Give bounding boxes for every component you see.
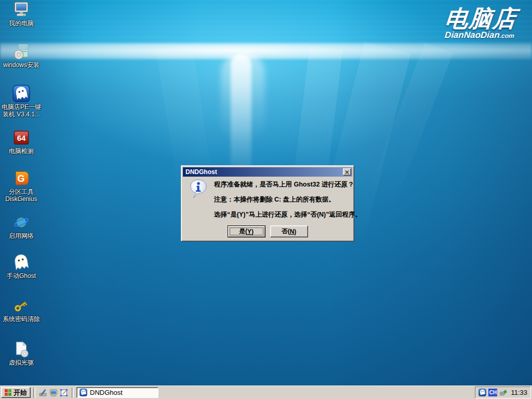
notepad-edit-icon: [60, 389, 68, 397]
brand-logo-title: 电脑店: [444, 6, 518, 31]
quicklaunch-editor-button[interactable]: [59, 388, 69, 398]
tray-ghost-icon[interactable]: [478, 389, 486, 396]
brand-logo-domain: DianNaoDian.com: [443, 31, 515, 40]
task-button-dndghost[interactable]: DNDGhost: [76, 387, 158, 398]
dialog-body: 程序准备就绪，是否马上用 Ghost32 进行还原？ 注意：本操作将删除 C: …: [183, 177, 352, 240]
svg-text:64: 64: [17, 134, 26, 142]
wallpaper-foam-band: [0, 43, 532, 59]
brand-logo: 电脑店 DianNaoDian.com: [443, 6, 518, 40]
white-ghost-icon: [12, 254, 30, 271]
taskbar: 开始 DNDGhost CH: [0, 385, 532, 399]
light-ray: [351, 43, 453, 247]
ghost-tile-icon: [12, 85, 30, 102]
info-icon: [190, 179, 207, 200]
close-icon: [345, 170, 349, 174]
desktop-icon-label: 分区工具 DiskGenius: [5, 188, 37, 203]
software-box-disc-icon: [12, 43, 30, 60]
pc-check-64-icon: 64: [12, 129, 30, 147]
desktop-icon-label: 电脑检测: [9, 148, 34, 155]
wallpaper-bubble-stream: [221, 52, 265, 143]
my-computer-icon: [12, 1, 30, 19]
desktop-icon-label: 我的电脑: [9, 20, 34, 27]
dialog-message-line: 注意：本操作将删除 C: 盘上的所有数据。: [214, 195, 335, 204]
dialog-message-line: 程序准备就绪，是否马上用 Ghost32 进行还原？: [214, 180, 354, 189]
ghost-tile-icon: [79, 389, 87, 396]
quicklaunch-show-desktop-button[interactable]: [38, 388, 48, 398]
desktop-icon-diskgenius[interactable]: G 分区工具 DiskGenius: [0, 169, 43, 203]
desktop-icon-pc-check[interactable]: 64 电脑检测: [0, 129, 43, 155]
taskbar-separator: [33, 388, 35, 398]
taskbar-separator: [72, 388, 74, 398]
system-tray: CH 11:33: [475, 387, 531, 398]
clock[interactable]: 11:33: [511, 389, 527, 396]
dialog-title: DNDGhost: [185, 168, 343, 176]
start-button[interactable]: 开始: [1, 387, 31, 398]
desktop-icon-enable-network[interactable]: 启用网络: [0, 214, 43, 240]
safely-remove-hardware-icon[interactable]: [499, 389, 507, 396]
dndghost-dialog: DNDGhost 程序准备就绪，是否马上用 Ghost32 进行还原？ 注意：本…: [181, 165, 354, 242]
yes-button[interactable]: 是(Y): [228, 225, 265, 237]
network-globe-icon: [12, 214, 30, 231]
show-desktop-icon: [39, 389, 47, 397]
start-icon: [5, 389, 11, 396]
start-label: 开始: [14, 388, 27, 397]
language-indicator[interactable]: CH: [488, 389, 497, 396]
desktop-icon-manual-ghost[interactable]: 手动Ghost: [0, 254, 43, 280]
desktop-icon-windows-install[interactable]: windows安装: [0, 43, 43, 69]
close-button[interactable]: [343, 168, 351, 176]
desktop-icon-virtual-cdrom[interactable]: 虚拟光驱: [0, 340, 43, 366]
desktop-icon-label: 手动Ghost: [7, 272, 36, 280]
monitor-icon: [49, 389, 58, 397]
no-button[interactable]: 否(N): [270, 225, 308, 237]
desktop-icon-label: 系统密码清除: [3, 315, 40, 323]
quicklaunch-computer-button[interactable]: [48, 388, 59, 398]
dialog-titlebar[interactable]: DNDGhost: [183, 167, 352, 177]
desktop-icon-label: 启用网络: [9, 232, 34, 240]
diskgenius-icon: G: [12, 169, 30, 187]
desktop-icon-password-clear[interactable]: 系统密码清除: [0, 297, 43, 323]
document-disc-icon: [12, 340, 30, 358]
desktop-icon-pe-one-key-install[interactable]: 电脑店PE一键 装机 V3.4.1...: [0, 85, 43, 118]
key-icon: [12, 297, 30, 314]
desktop-icon-label: windows安装: [3, 61, 39, 69]
desktop-icon-my-computer[interactable]: 我的电脑: [0, 1, 43, 27]
dialog-message-line: 选择“是(Y)”马上进行还原，选择“否(N)”返回程序。: [214, 210, 362, 219]
svg-text:G: G: [17, 174, 24, 184]
desktop-icon-label: 虚拟光驱: [9, 359, 34, 366]
task-button-label: DNDGhost: [90, 389, 123, 396]
dialog-button-row: 是(Y) 否(N): [183, 225, 352, 237]
desktop-icon-label: 电脑店PE一键 装机 V3.4.1...: [2, 103, 41, 118]
